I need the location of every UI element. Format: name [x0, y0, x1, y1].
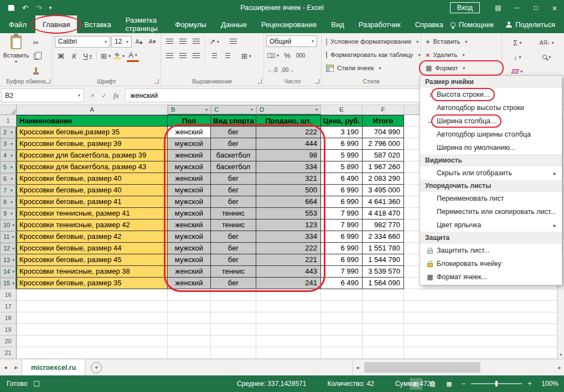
sheet-nav-left-icon[interactable]: ◂ [0, 359, 11, 375]
cell-A2[interactable]: Кроссовки беговые,размер 35 [17, 127, 168, 138]
row-header-19[interactable]: 19 [0, 324, 17, 336]
cell-D4[interactable]: 98 [256, 150, 321, 161]
conditional-formatting-button[interactable]: Условное форматирование [324, 35, 418, 48]
align-left-button[interactable] [163, 50, 175, 62]
cell-E6[interactable]: 6 490 [321, 173, 363, 185]
font-color-button[interactable]: А [127, 50, 139, 62]
percent-style-button[interactable]: % [281, 49, 293, 61]
cell-C11[interactable]: бег [211, 231, 256, 243]
close-button[interactable]: × [545, 0, 564, 15]
zoom-out-button[interactable]: − [459, 380, 467, 388]
comma-style-button[interactable]: 000 [294, 49, 307, 61]
menu-item[interactable]: Защитить лист... [420, 244, 562, 257]
font-size-select[interactable]: 12 [111, 36, 132, 48]
row-header-14[interactable]: 14 [0, 266, 17, 278]
cell-A3[interactable]: Кроссовки беговые, размер 39 [17, 138, 168, 150]
ribbon-tab-2[interactable]: Вставка [77, 15, 118, 33]
menu-item[interactable]: Блокировать ячейку [420, 257, 562, 270]
copy-button[interactable] [30, 50, 42, 62]
cell-E20[interactable] [321, 336, 363, 347]
cell-C1[interactable]: Вид спорта [211, 115, 256, 127]
row-header-13[interactable]: 13 [0, 254, 17, 266]
format-as-table-button[interactable]: Форматировать как таблицу [324, 49, 418, 61]
align-middle-button[interactable] [177, 35, 189, 48]
cell-E8[interactable]: 6 990 [321, 196, 363, 208]
ribbon-tab-1[interactable]: Главная [35, 15, 77, 33]
align-top-button[interactable] [163, 35, 175, 48]
cell-E5[interactable]: 5 890 [321, 161, 363, 173]
sign-in-button[interactable]: Вход [450, 2, 480, 13]
zoom-in-button[interactable]: + [526, 380, 534, 388]
cell-E7[interactable]: 6 990 [321, 185, 363, 196]
zoom-slider[interactable] [471, 383, 522, 384]
italic-button[interactable]: К [68, 50, 80, 62]
paste-button[interactable]: Вставить ▾ [2, 35, 30, 76]
cell-D17[interactable] [256, 301, 321, 312]
zoom-level[interactable]: 100% [537, 380, 558, 388]
cell-D14[interactable]: 443 [256, 266, 321, 278]
cell-E9[interactable]: 7 990 [321, 208, 363, 219]
insert-function-button[interactable]: fx [113, 91, 118, 100]
cell-E11[interactable]: 6 990 [321, 231, 363, 243]
cell-E12[interactable]: 6 990 [321, 243, 363, 254]
cell-D9[interactable]: 553 [256, 208, 321, 219]
cell-D3[interactable]: 444 [256, 138, 321, 150]
new-sheet-button[interactable]: + [91, 362, 102, 373]
cell-E16[interactable] [321, 289, 363, 301]
zoom-slider-thumb[interactable] [495, 381, 498, 386]
cell-B2[interactable]: женский [168, 127, 211, 138]
cell-styles-button[interactable]: Стили ячеек [324, 62, 418, 74]
format-painter-button[interactable] [30, 64, 42, 76]
menu-item[interactable]: Цвет ярлычка▸ [420, 218, 562, 232]
column-header-D[interactable]: D [256, 105, 321, 115]
redo-button[interactable]: ↷ [32, 1, 46, 14]
sort-filter-button[interactable]: АЯ↓ [534, 36, 560, 49]
cell-G16[interactable] [404, 289, 557, 301]
menu-item[interactable]: Автоподбор высоты строки [420, 101, 562, 114]
cell-A12[interactable]: Кроссовки беговые, размер 44 [17, 243, 168, 254]
ribbon-tab-7[interactable]: Вид [324, 15, 351, 33]
cell-B4[interactable]: женский [168, 150, 211, 161]
cell-A15[interactable]: Кроссовки беговые, размер 35 [17, 278, 168, 289]
cell-F2[interactable]: 704 990 [363, 127, 404, 138]
wrap-text-button[interactable] [227, 35, 239, 48]
cell-C13[interactable]: бег [211, 254, 256, 266]
cell-D7[interactable]: 500 [256, 185, 321, 196]
menu-item[interactable]: ▦Формат ячеек... [420, 270, 562, 284]
row-header-9[interactable]: 9 [0, 208, 17, 219]
cell-A9[interactable]: Кроссовки теннисные, размер 41 [17, 208, 168, 219]
row-header-2[interactable]: 2 [0, 127, 17, 138]
cell-B17[interactable] [168, 301, 211, 312]
borders-button[interactable]: ⊞ [100, 50, 112, 62]
cut-button[interactable]: ✂ [30, 36, 42, 49]
number-format-select[interactable]: Общий [266, 35, 317, 47]
cell-F12[interactable]: 1 551 780 [363, 243, 404, 254]
row-header-5[interactable]: 5 [0, 161, 17, 173]
row-header-6[interactable]: 6 [0, 173, 17, 185]
cell-A16[interactable] [17, 289, 168, 301]
cell-A4[interactable]: Кроссовки для баскетбола, размер 39 [17, 150, 168, 161]
insert-cells-button[interactable]: +Вставить [423, 35, 499, 48]
cell-F7[interactable]: 3 495 000 [363, 185, 404, 196]
cell-C19[interactable] [211, 324, 256, 336]
cell-B12[interactable]: мужской [168, 243, 211, 254]
dialog-launcher-icon[interactable] [315, 79, 319, 83]
enter-icon[interactable]: ✓ [101, 92, 107, 100]
share-button[interactable]: Поделиться [506, 20, 555, 29]
row-header-4[interactable]: 4 [0, 150, 17, 161]
row-header-3[interactable]: 3 [0, 138, 17, 150]
cell-E21[interactable] [321, 347, 363, 359]
ribbon-tab-4[interactable]: Формулы [168, 15, 214, 33]
cell-D2[interactable]: 222 [256, 127, 321, 138]
cell-F4[interactable]: 587 020 [363, 150, 404, 161]
cell-B20[interactable] [168, 336, 211, 347]
cell-B13[interactable]: мужской [168, 254, 211, 266]
cell-A21[interactable] [17, 347, 168, 359]
cell-D10[interactable]: 123 [256, 219, 321, 231]
cell-C9[interactable]: теннис [211, 208, 256, 219]
row-header-18[interactable]: 18 [0, 312, 17, 324]
cell-F9[interactable]: 4 418 470 [363, 208, 404, 219]
cell-D15[interactable]: 241 [256, 278, 321, 289]
row-header-12[interactable]: 12 [0, 243, 17, 254]
cell-F6[interactable]: 2 083 290 [363, 173, 404, 185]
